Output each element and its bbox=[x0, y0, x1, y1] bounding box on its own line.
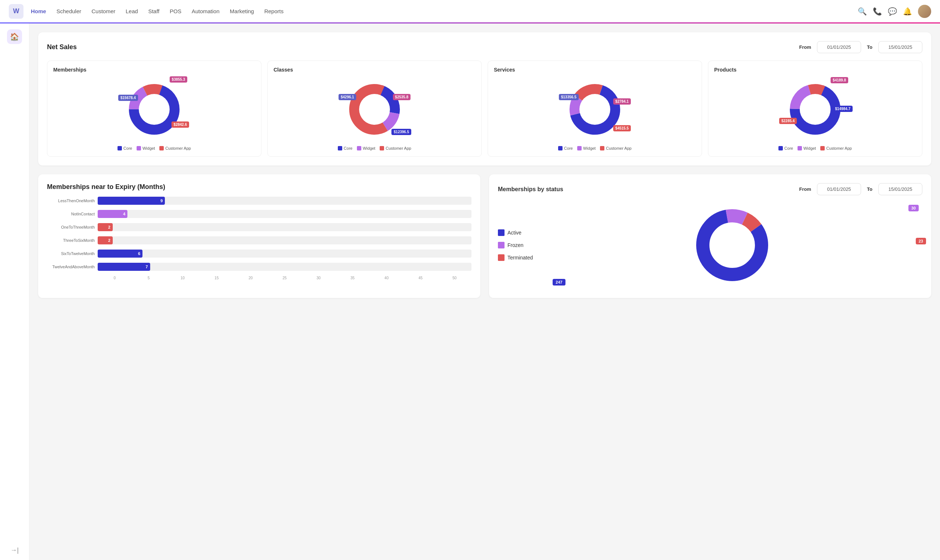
bar-track-4: 6 bbox=[98, 249, 472, 258]
home-sidebar-icon[interactable]: 🏠 bbox=[7, 29, 22, 44]
main-content: Net Sales From 01/01/2025 To 15/01/2025 … bbox=[29, 23, 940, 560]
bar-label-3: ThreeToSixMonth bbox=[47, 238, 95, 243]
nav-lead[interactable]: Lead bbox=[126, 8, 138, 14]
classes-app-dot bbox=[380, 146, 384, 151]
classes-core-dot bbox=[338, 146, 342, 151]
active-dot bbox=[498, 229, 504, 236]
expiry-card: Memberships near to Expiry (Months) Less… bbox=[38, 174, 480, 298]
bar-label-4: SixToTwelveMonth bbox=[47, 251, 95, 256]
status-to-date[interactable]: 15/01/2025 bbox=[878, 183, 922, 195]
memberships-legend: Core Widget Customer App bbox=[117, 146, 191, 151]
notification-icon[interactable]: 🔔 bbox=[903, 7, 912, 16]
active-count-label: 247 bbox=[553, 279, 565, 286]
bar-value-4: 6 bbox=[138, 251, 140, 256]
legend-customer-app: Customer App bbox=[159, 146, 191, 151]
nav-reports[interactable]: Reports bbox=[264, 8, 284, 14]
frozen-count-label: 30 bbox=[908, 205, 919, 211]
products-legend-app: Customer App bbox=[820, 146, 852, 151]
classes-widget-label-text: Widget bbox=[363, 146, 375, 151]
terminated-dot bbox=[498, 254, 504, 261]
services-legend-core: Core bbox=[558, 146, 573, 151]
customer-app-label: Customer App bbox=[165, 146, 191, 151]
classes-legend-core: Core bbox=[338, 146, 353, 151]
services-title: Services bbox=[494, 67, 515, 73]
bar-row-0: LessThenOneMonth 9 bbox=[47, 197, 472, 205]
products-widget-label-text: Widget bbox=[803, 146, 816, 151]
classes-legend-app: Customer App bbox=[380, 146, 411, 151]
nav-marketing[interactable]: Marketing bbox=[230, 8, 254, 14]
products-legend-widget: Widget bbox=[798, 146, 816, 151]
bar-fill-1: 4 bbox=[98, 210, 128, 218]
terminated-count-label: 23 bbox=[916, 238, 926, 245]
expiry-bar-chart: LessThenOneMonth 9 NotInContact 4 bbox=[47, 197, 472, 280]
products-legend: Core Widget Customer App bbox=[778, 146, 852, 151]
status-donut-wrapper: 30 23 247 bbox=[542, 201, 922, 289]
status-frozen: Frozen bbox=[498, 242, 533, 248]
products-legend-core: Core bbox=[778, 146, 793, 151]
classes-title: Classes bbox=[274, 67, 293, 73]
bar-row-2: OneToThreeMonth 2 bbox=[47, 223, 472, 231]
nav-scheduler[interactable]: Scheduler bbox=[57, 8, 82, 14]
nav-automation[interactable]: Automation bbox=[192, 8, 220, 14]
avatar[interactable] bbox=[918, 5, 931, 18]
phone-icon[interactable]: 📞 bbox=[873, 7, 882, 16]
classes-widget-label: $2535.8 bbox=[393, 94, 410, 100]
axis-6: 30 bbox=[302, 276, 336, 280]
bar-fill-2: 2 bbox=[98, 223, 113, 231]
status-from-date[interactable]: 01/01/2025 bbox=[817, 183, 861, 195]
from-date-input[interactable]: 01/01/2025 bbox=[817, 41, 861, 53]
axis-3: 15 bbox=[200, 276, 234, 280]
bar-row-1: NotInContact 4 bbox=[47, 210, 472, 218]
whatsapp-icon[interactable]: 💬 bbox=[888, 7, 897, 16]
sidebar: 🏠 →| bbox=[0, 23, 29, 560]
collapse-sidebar-icon[interactable]: →| bbox=[10, 546, 19, 554]
classes-app-label-text: Customer App bbox=[385, 146, 411, 151]
axis-1: 5 bbox=[132, 276, 166, 280]
services-app-label-text: Customer App bbox=[606, 146, 632, 151]
axis-5: 25 bbox=[268, 276, 302, 280]
memberships-widget-label: $3855.3 bbox=[170, 76, 187, 83]
services-app-dot bbox=[600, 146, 604, 151]
bar-value-0: 9 bbox=[160, 198, 163, 203]
axis-4: 20 bbox=[234, 276, 268, 280]
classes-legend: Core Widget Customer App bbox=[338, 146, 411, 151]
core-dot bbox=[117, 146, 122, 151]
bar-track-1: 4 bbox=[98, 210, 472, 218]
net-sales-header: Net Sales From 01/01/2025 To 15/01/2025 bbox=[47, 41, 922, 53]
axis-10: 50 bbox=[437, 276, 472, 280]
nav-icons: 🔍 📞 💬 🔔 bbox=[858, 5, 931, 18]
bar-fill-4: 6 bbox=[98, 249, 142, 258]
to-date-input[interactable]: 15/01/2025 bbox=[878, 41, 922, 53]
products-core-label: $14984.7 bbox=[833, 106, 853, 112]
nav-customer[interactable]: Customer bbox=[91, 8, 115, 14]
bottom-grid: Memberships near to Expiry (Months) Less… bbox=[38, 174, 931, 307]
nav-home[interactable]: Home bbox=[31, 8, 46, 14]
bar-row-3: ThreeToSixMonth 2 bbox=[47, 236, 472, 245]
net-sales-card: Net Sales From 01/01/2025 To 15/01/2025 … bbox=[38, 32, 931, 166]
classes-chart-card: Classes $4296.1 $2535.8 $12396.5 bbox=[267, 60, 482, 157]
svg-point-15 bbox=[800, 94, 831, 125]
memberships-app-label: $2842.6 bbox=[171, 122, 189, 128]
classes-donut: $4296.1 $2535.8 $12396.5 bbox=[345, 80, 404, 139]
bar-track-0: 9 bbox=[98, 197, 472, 205]
bar-value-5: 7 bbox=[145, 265, 148, 269]
svg-point-19 bbox=[710, 223, 754, 267]
search-icon[interactable]: 🔍 bbox=[858, 7, 867, 16]
core-label: Core bbox=[123, 146, 132, 151]
products-donut: $4189.8 $14984.7 $2285.4 bbox=[786, 80, 844, 139]
services-donut: $13356.5 $2784.1 $4515.5 bbox=[566, 80, 624, 139]
bar-track-5: 7 bbox=[98, 263, 472, 271]
nav-staff[interactable]: Staff bbox=[148, 8, 160, 14]
logo-icon[interactable]: W bbox=[9, 4, 23, 19]
services-chart-card: Services $13356.5 $2784.1 $4515.5 bbox=[488, 60, 702, 157]
services-core-label: $13356.5 bbox=[559, 94, 579, 100]
products-widget-dot bbox=[798, 146, 802, 151]
bar-track-2: 2 bbox=[98, 223, 472, 231]
services-widget-label-text: Widget bbox=[583, 146, 596, 151]
bar-fill-3: 2 bbox=[98, 236, 113, 245]
customer-app-dot bbox=[159, 146, 164, 151]
nav-pos[interactable]: POS bbox=[170, 8, 181, 14]
status-active: Active bbox=[498, 229, 533, 236]
products-app-label-text: Customer App bbox=[826, 146, 852, 151]
legend-widget: Widget bbox=[137, 146, 155, 151]
